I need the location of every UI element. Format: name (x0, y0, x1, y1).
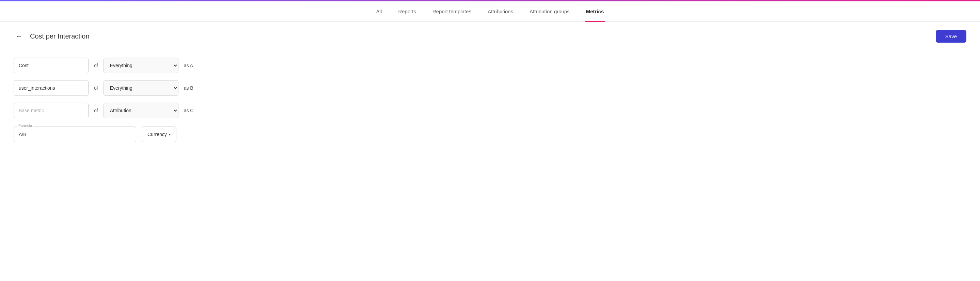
as-label-a: as A (184, 63, 193, 68)
currency-button[interactable]: Currency ▾ (142, 126, 177, 142)
formula-label: Formula (17, 123, 33, 128)
tab-attribution-groups[interactable]: Attribution groups (528, 2, 571, 22)
tab-metrics[interactable]: Metrics (585, 2, 605, 22)
as-label-b: as B (184, 85, 193, 91)
filter-select-c[interactable]: Attribution (103, 103, 178, 118)
tab-reports[interactable]: Reports (397, 2, 417, 22)
formula-row-c: of Attribution as C (14, 103, 966, 118)
save-button[interactable]: Save (936, 30, 966, 43)
tab-report-templates[interactable]: Report templates (431, 2, 473, 22)
formula-row: Formula Currency ▾ (14, 126, 966, 142)
nav-tabs: All Reports Report templates Attribution… (0, 2, 980, 22)
formula-input[interactable] (14, 126, 136, 142)
of-label-a: of (94, 63, 98, 68)
currency-label: Currency (148, 132, 167, 137)
filter-select-b[interactable]: Everything (103, 80, 178, 96)
metric-input-c[interactable] (14, 103, 89, 118)
back-button[interactable]: ← (14, 31, 24, 42)
of-label-b: of (94, 85, 98, 91)
of-label-c: of (94, 108, 98, 113)
page-header: ← Cost per Interaction Save (0, 22, 980, 51)
metric-input-b[interactable] (14, 80, 89, 96)
tab-attributions[interactable]: Attributions (486, 2, 514, 22)
filter-select-a[interactable]: Everything (103, 57, 178, 73)
page-header-left: ← Cost per Interaction (14, 31, 89, 42)
formula-row-a: of Everything as A (14, 57, 966, 73)
metric-input-a[interactable] (14, 57, 89, 73)
formula-row-b: of Everything as B (14, 80, 966, 96)
formula-wrapper: Formula (14, 126, 136, 142)
page-title: Cost per Interaction (30, 32, 89, 40)
form-area: of Everything as A of Everything as B of… (0, 51, 980, 149)
tab-all[interactable]: All (375, 2, 383, 22)
as-label-c: as C (184, 108, 194, 113)
dropdown-arrow-icon: ▾ (169, 133, 170, 136)
